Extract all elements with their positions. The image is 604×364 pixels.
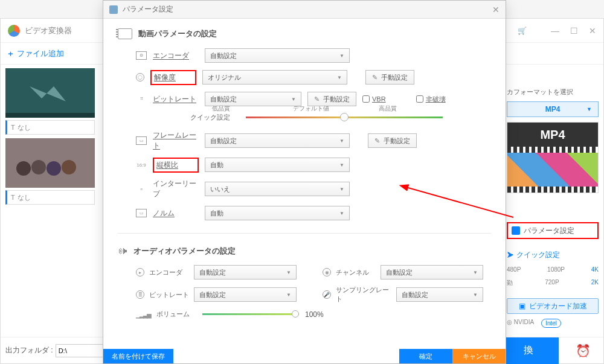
thumbnail-icon (5, 138, 95, 188)
intel-logo-icon: Intel (541, 319, 561, 328)
manual-framerate-button[interactable]: 手動設定 (368, 133, 417, 148)
audio-bitrate-select[interactable]: 自動設定 (194, 287, 297, 302)
gpu-accel-button[interactable]: ▣ ビデオカード加速 (507, 298, 599, 314)
format-preview: MP4 (507, 122, 599, 193)
gpu-logos: ◎ NVIDIA Intel (507, 319, 599, 328)
aspect-icon: 16:9 (136, 161, 147, 169)
plus-icon: ＋ (7, 48, 14, 59)
framerate-select[interactable]: 自動設定 (205, 133, 350, 148)
audio-encoder-label: エンコーダ (149, 268, 189, 277)
samplerate-label: サンプリングレート (336, 286, 391, 304)
dialog-title: パラメータ設定 (123, 4, 492, 14)
channel-select[interactable]: 自動設定 (381, 265, 483, 279)
thumbnail-icon (5, 68, 95, 118)
microphone-icon: 🎤 (323, 290, 331, 299)
mp4-badge: MP4 (507, 123, 598, 147)
format-select[interactable]: MP4 (507, 101, 599, 117)
video-encoder-select[interactable]: 自動設定 (205, 48, 350, 63)
pencil-icon (374, 137, 380, 145)
norm-label: ノルム (153, 208, 199, 219)
ok-button[interactable]: 確定 (399, 349, 452, 363)
volume-bars-icon (136, 310, 150, 319)
nvidia-logo-icon: ◎ NVIDIA (507, 319, 534, 328)
lightning-icon: ⮞ (507, 251, 514, 260)
channel-label: チャンネル (336, 268, 376, 277)
add-file-button[interactable]: ＋ ファイル追加 (7, 48, 64, 59)
norm-select[interactable]: 自動 (205, 206, 350, 220)
film-icon (118, 28, 132, 39)
resolution-row[interactable]: 勤720P2K (507, 279, 599, 287)
quality-slider[interactable]: クイック設定 低品質 デフォルト値 高品質 (118, 113, 491, 122)
save-as-button[interactable]: 名前を付けて保存 (103, 349, 173, 363)
manual-resolution-button[interactable]: 手動設定 (365, 70, 414, 85)
aspect-select[interactable]: 自動 (205, 158, 350, 172)
file-list-panel: Tなし Tなし (1, 65, 97, 205)
norm-icon: ▭ (136, 209, 147, 217)
svg-rect-2 (5, 113, 95, 118)
convert-button[interactable]: 換 (498, 337, 559, 364)
chip-icon: ▣ (519, 302, 525, 310)
file-item[interactable]: Tなし (5, 138, 92, 205)
app-logo-icon (8, 25, 20, 37)
settings-icon (109, 5, 118, 14)
volume-label: ボリューム (156, 310, 196, 319)
gear-icon: ⚙ (136, 51, 147, 60)
parameter-settings-link[interactable]: パラメータ設定 (507, 222, 599, 239)
interleave-select[interactable]: いいえ (205, 182, 350, 196)
slider-handle[interactable] (340, 113, 349, 121)
dialog-footer: 名前を付けて保存 確定 キャンセル (103, 349, 506, 363)
pencil-icon (314, 95, 320, 103)
right-panel: カフォーマットを選択 MP4 MP4 パラメータ設定 ⮞ クイック設定 480P… (502, 65, 603, 328)
resolution-label: 解像度 (150, 70, 196, 85)
interleave-icon: ≡ (136, 185, 147, 193)
interleave-label: インターリーブ (153, 179, 199, 199)
parameter-settings-dialog: パラメータ設定 ✕ 動画パラメータの設定 ⚙ エンコーダ 自動設定 ◯ 解像度 … (103, 0, 506, 364)
file-item[interactable]: Tなし (5, 68, 92, 135)
output-folder-label: 出力フォルダ : (5, 345, 53, 356)
audio-section-title: オーディオパラメータの設定 (133, 246, 236, 257)
maximize-button[interactable]: ☐ (570, 26, 578, 36)
framerate-label: フレームレート (153, 130, 199, 151)
encoder-icon: ▸ (136, 268, 144, 276)
add-file-label: ファイル追加 (17, 48, 64, 59)
minimize-button[interactable]: — (551, 26, 559, 36)
channel-icon: ◉ (323, 268, 331, 276)
file-subtitle-label[interactable]: Tなし (5, 190, 95, 205)
volume-row: ボリューム 100% (118, 310, 491, 319)
pencil-icon (372, 74, 378, 81)
samplerate-select[interactable]: 自動設定 (396, 287, 483, 302)
resolution-row[interactable]: 480P1080P4K (507, 266, 599, 273)
volume-value: 100% (305, 310, 324, 319)
close-button[interactable]: ✕ (589, 26, 596, 36)
dialog-titlebar: パラメータ設定 ✕ (103, 1, 506, 19)
svg-point-7 (62, 160, 76, 174)
schedule-button[interactable]: ⏰ (570, 337, 596, 364)
cancel-button[interactable]: キャンセル (452, 349, 506, 363)
video-section-title: 動画パラメータの設定 (138, 28, 217, 39)
param-link-label: パラメータ設定 (524, 226, 574, 236)
volume-slider[interactable] (202, 313, 299, 315)
settings-icon (512, 226, 520, 235)
svg-point-5 (31, 160, 46, 174)
speaker-icon: 🕪 (118, 246, 127, 257)
framerate-icon: ▭ (136, 136, 147, 145)
cart-icon[interactable]: 🛒 (518, 27, 527, 35)
resolution-select[interactable]: オリジナル (202, 70, 347, 85)
video-section-header: 動画パラメータの設定 (118, 28, 491, 39)
bitrate-icon: ≣ (136, 290, 144, 299)
audio-section-header: 🕪 オーディオパラメータの設定 (118, 246, 491, 257)
file-subtitle-label[interactable]: Tなし (5, 120, 95, 135)
audio-encoder-select[interactable]: 自動設定 (194, 265, 297, 279)
vbr-checkbox[interactable]: VBR (362, 95, 386, 103)
lossless-checkbox[interactable]: 非破壊 (416, 95, 446, 104)
svg-point-6 (47, 161, 61, 176)
audio-bitrate-label: ビットレート (149, 290, 189, 299)
output-folder-input[interactable] (56, 344, 104, 357)
slider-handle[interactable] (292, 310, 299, 318)
close-icon[interactable]: ✕ (492, 5, 500, 14)
quick-settings-button[interactable]: ⮞ クイック設定 (507, 250, 599, 260)
format-title: カフォーマットを選択 (507, 88, 599, 97)
aspect-label: 縦横比 (153, 158, 199, 173)
resolution-icon: ◯ (136, 73, 144, 81)
quick-label: クイック設定 (190, 113, 230, 122)
